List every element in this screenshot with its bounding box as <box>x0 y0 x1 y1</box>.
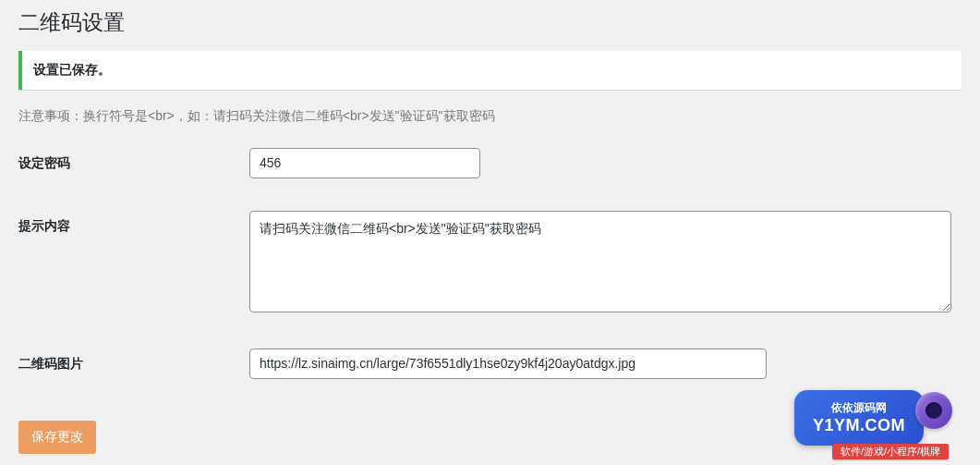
watermark-bar: 软件/游戏/小程序/棋牌 <box>832 444 949 459</box>
watermark-line2: Y1YM.COM <box>813 416 905 435</box>
page-title: 二维码设置 <box>18 9 962 51</box>
qrimage-label: 二维码图片 <box>18 349 249 373</box>
watermark: 依依源码网 Y1YM.COM 软件/游戏/小程序/棋牌 <box>794 390 974 459</box>
watermark-line1: 依依源码网 <box>831 400 887 416</box>
watermark-ring-icon <box>915 392 952 429</box>
qrimage-input[interactable] <box>249 349 767 379</box>
save-button[interactable]: 保存更改 <box>18 421 96 454</box>
hint-label: 提示内容 <box>18 211 249 235</box>
password-label: 设定密码 <box>18 148 249 172</box>
notice-message: 设置已保存。 <box>33 62 950 79</box>
watermark-bubble: 依依源码网 Y1YM.COM <box>794 390 924 446</box>
help-text: 注意事项：换行符号是<br>，如：请扫码关注微信二维码<br>发送"验证码"获取… <box>18 108 962 125</box>
password-input[interactable] <box>249 148 480 178</box>
success-notice: 设置已保存。 <box>18 51 962 90</box>
hint-textarea[interactable] <box>249 211 951 312</box>
